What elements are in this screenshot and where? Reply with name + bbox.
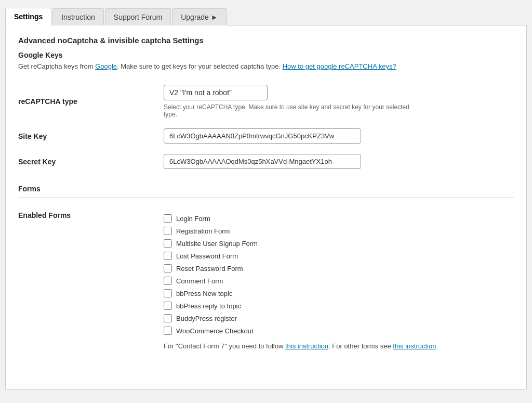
recaptcha-type-value: V2 "I'm not a robot" V2 Invisible V3 Sel…: [122, 80, 514, 123]
checkbox-buddypress-label[interactable]: BuddyPress register: [176, 315, 237, 322]
checkbox-bbpress-new-topic-input[interactable]: [164, 289, 172, 297]
google-keys-subtitle: Google Keys: [18, 51, 514, 59]
checkbox-comment: Comment Form: [164, 277, 514, 285]
recaptcha-type-hint: Select your reCAPTCHA type. Make sure to…: [164, 103, 413, 118]
checkbox-comment-label[interactable]: Comment Form: [176, 277, 223, 285]
content-area: Advanced noCaptcha & invisible captcha S…: [5, 25, 527, 389]
google-keys-description: Get reCaptcha keys from Google. Make sur…: [18, 62, 514, 70]
site-key-row: Site Key: [18, 123, 514, 149]
checkbox-multisite-label[interactable]: Multisite User Signup Form: [176, 240, 258, 248]
checkbox-buddypress: BuddyPress register: [164, 314, 514, 322]
forms-subtitle: Forms: [18, 185, 514, 193]
tab-settings[interactable]: Settings: [5, 8, 51, 25]
checkbox-bbpress-new-topic: bbPress New topic: [164, 289, 514, 297]
site-key-input[interactable]: [164, 128, 361, 144]
checkbox-registration: Registration Form: [164, 227, 514, 235]
settings-table: reCAPTCHA type V2 "I'm not a robot" V2 I…: [18, 80, 514, 355]
checkbox-reset-password-label[interactable]: Reset Password Form: [176, 265, 243, 272]
forms-divider: [18, 197, 514, 198]
checkbox-bbpress-reply-label[interactable]: bbPress reply to topic: [176, 302, 241, 310]
site-key-value: [122, 123, 514, 149]
checkbox-reset-password-input[interactable]: [164, 264, 172, 272]
footer-note: For "Contact Form 7" you need to follow …: [164, 342, 514, 350]
checkbox-registration-label[interactable]: Registration Form: [176, 227, 230, 235]
recaptcha-type-row: reCAPTCHA type V2 "I'm not a robot" V2 I…: [18, 80, 514, 123]
tab-instruction[interactable]: Instruction: [52, 8, 104, 25]
secret-key-input[interactable]: [164, 154, 361, 169]
footer-link-2[interactable]: this instruction: [393, 342, 436, 350]
footer-link-1[interactable]: this instruction: [285, 342, 328, 350]
forms-section-row: Forms: [18, 174, 514, 209]
enabled-forms-checkboxes: Login Form Registration Form Multisite U…: [122, 209, 514, 355]
checkbox-woocommerce-input[interactable]: [164, 327, 172, 335]
checkbox-woocommerce-label[interactable]: WooCommerce Checkout: [176, 327, 254, 335]
checkbox-bbpress-reply-input[interactable]: [164, 302, 172, 310]
page-wrapper: Settings Instruction Support Forum Upgra…: [0, 0, 532, 403]
checkbox-login: Login Form: [164, 214, 514, 223]
checkbox-login-input[interactable]: [164, 214, 172, 223]
secret-key-label: Secret Key: [18, 149, 122, 174]
checkbox-bbpress-new-topic-label[interactable]: bbPress New topic: [176, 290, 232, 297]
checkbox-login-label[interactable]: Login Form: [176, 215, 210, 223]
tab-support-forum[interactable]: Support Forum: [105, 8, 171, 25]
secret-key-row: Secret Key: [18, 149, 514, 174]
checkbox-multisite-input[interactable]: [164, 239, 172, 248]
enabled-forms-row: Enabled Forms Login Form Registration Fo…: [18, 209, 514, 355]
page-title: Advanced noCaptcha & invisible captcha S…: [18, 36, 514, 45]
checkbox-woocommerce: WooCommerce Checkout: [164, 327, 514, 335]
checkbox-comment-input[interactable]: [164, 277, 172, 285]
checkbox-registration-input[interactable]: [164, 227, 172, 235]
enabled-forms-label: Enabled Forms: [18, 209, 122, 355]
recaptcha-type-select[interactable]: V2 "I'm not a robot" V2 Invisible V3: [164, 85, 268, 100]
google-link[interactable]: Google: [95, 62, 117, 70]
checkbox-buddypress-input[interactable]: [164, 314, 172, 322]
checkbox-lost-password-label[interactable]: Lost Password Form: [176, 252, 238, 260]
checkbox-lost-password: Lost Password Form: [164, 252, 514, 260]
site-key-label: Site Key: [18, 123, 122, 149]
secret-key-value: [122, 149, 514, 174]
checkbox-lost-password-input[interactable]: [164, 252, 172, 260]
checkbox-reset-password: Reset Password Form: [164, 264, 514, 272]
recaptcha-type-dropdown-wrapper: V2 "I'm not a robot" V2 Invisible V3: [164, 85, 268, 100]
howto-link[interactable]: How to get google reCAPTCHA keys?: [283, 62, 396, 70]
checkbox-list: Login Form Registration Form Multisite U…: [164, 214, 514, 335]
checkbox-multisite: Multisite User Signup Form: [164, 239, 514, 248]
tabs-bar: Settings Instruction Support Forum Upgra…: [5, 5, 527, 25]
recaptcha-type-label: reCAPTCHA type: [18, 80, 122, 123]
tab-upgrade[interactable]: Upgrade ►: [172, 8, 227, 25]
checkbox-bbpress-reply: bbPress reply to topic: [164, 302, 514, 310]
